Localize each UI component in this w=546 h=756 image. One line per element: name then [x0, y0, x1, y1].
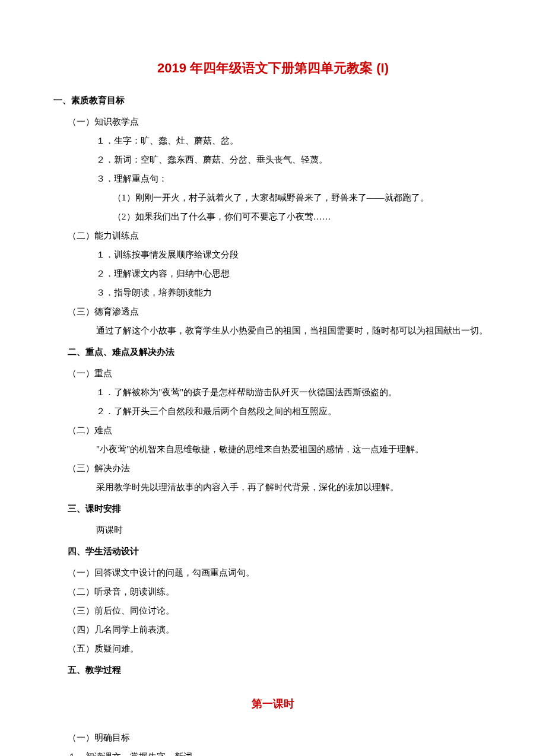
section-2-heading: 二、重点、难点及解决办法 [68, 343, 493, 361]
section-4-heading: 四、学生活动设计 [68, 542, 493, 560]
list-item: （五）质疑问难。 [68, 640, 493, 657]
section-2-3-heading: （三）解决办法 [68, 459, 493, 477]
paragraph: "小夜莺"的机智来自思维敏捷，敏捷的思维来自热爱祖国的感情，这一点难于理解。 [96, 440, 493, 458]
list-item: １．了解被称为"夜莺"的孩子是怎样帮助游击队歼灭一伙德国法西斯强盗的。 [96, 383, 493, 401]
section-3-heading: 三、课时安排 [68, 500, 493, 517]
lesson-sub-1: （一）明确目标 [68, 729, 493, 747]
paragraph: 通过了解这个小故事，教育学生从小热爱自己的祖国，当祖国需要时，随时都可以为祖国献… [96, 322, 493, 339]
list-item: （三）前后位、同位讨论。 [68, 602, 493, 620]
list-item: １．训练按事情发展顺序给课文分段 [96, 246, 493, 263]
list-item: ２．了解开头三个自然段和最后两个自然段之间的相互照应。 [96, 402, 493, 420]
lesson-title: 第一课时 [53, 697, 493, 711]
list-item: （二）听录音，朗读训练。 [68, 583, 493, 601]
section-1-1-heading: （一）知识教学点 [68, 113, 493, 131]
document-page: 2019 年四年级语文下册第四单元教案 (I) 一、素质教育目标 （一）知识教学… [0, 0, 546, 756]
main-title: 2019 年四年级语文下册第四单元教案 (I) [53, 59, 493, 77]
list-item: ３．理解重点句： [96, 170, 493, 188]
section-5-heading: 五、教学过程 [68, 661, 493, 679]
list-item: （一）回答课文中设计的问题，勾画重点词句。 [68, 564, 493, 582]
list-item: １．初读课文，掌握生字、新词。 [68, 748, 493, 756]
section-1-heading: 一、素质教育目标 [53, 91, 493, 109]
list-item: ２．理解课文内容，归纳中心思想 [96, 265, 493, 282]
list-item: ２．新词：空旷、蠢东西、蘑菇、分岔、垂头丧气、轻蔑。 [96, 151, 493, 169]
section-1-2-heading: （二）能力训练点 [68, 227, 493, 244]
paragraph: 采用教学时先以理清故事的内容入手，再了解时代背景，深化的读加以理解。 [96, 478, 493, 496]
section-2-1-heading: （一）重点 [68, 364, 493, 382]
list-item: （2）如果我们出了什么事，你们可不要忘了小夜莺…… [113, 208, 493, 225]
section-2-2-heading: （二）难点 [68, 421, 493, 439]
list-item: ３．指导朗读，培养朗读能力 [96, 284, 493, 301]
list-item: １．生字：旷、蠢、灶、蘑菇、岔。 [96, 132, 493, 150]
list-item: （四）几名同学上前表演。 [68, 621, 493, 639]
paragraph: 两课时 [96, 521, 493, 539]
section-1-3-heading: （三）德育渗透点 [68, 303, 493, 320]
list-item: （1）刚刚一开火，村子就着火了，大家都喊野兽来了，野兽来了——就都跑了。 [113, 189, 493, 207]
